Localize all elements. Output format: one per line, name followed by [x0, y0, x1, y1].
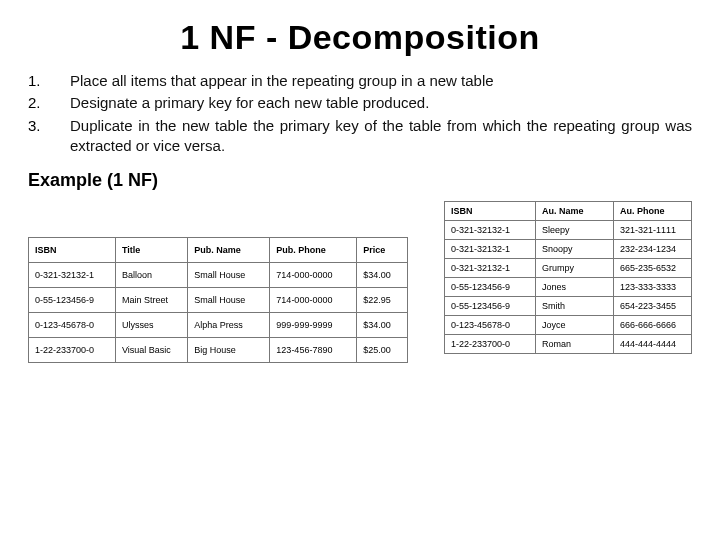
- list-number: 1.: [28, 71, 70, 91]
- list-text: Duplicate in the new table the primary k…: [70, 116, 692, 157]
- books-table: ISBN Title Pub. Name Pub. Phone Price 0-…: [28, 237, 408, 363]
- table-row: 0-55-123456-9 Smith 654-223-3455: [445, 297, 692, 316]
- list-text: Place all items that appear in the repea…: [70, 71, 692, 91]
- col-price: Price: [357, 238, 408, 263]
- authors-table: ISBN Au. Name Au. Phone 0-321-32132-1 Sl…: [444, 201, 692, 354]
- list-item: 3. Duplicate in the new table the primar…: [28, 116, 692, 157]
- table-header-row: ISBN Title Pub. Name Pub. Phone Price: [29, 238, 408, 263]
- col-isbn: ISBN: [29, 238, 116, 263]
- tables-container: ISBN Title Pub. Name Pub. Phone Price 0-…: [28, 201, 692, 363]
- table-row: 0-123-45678-0 Ulysses Alpha Press 999-99…: [29, 313, 408, 338]
- table-row: 1-22-233700-0 Roman 444-444-4444: [445, 335, 692, 354]
- list-item: 1. Place all items that appear in the re…: [28, 71, 692, 91]
- table-row: 0-55-123456-9 Main Street Small House 71…: [29, 288, 408, 313]
- col-pubname: Pub. Name: [188, 238, 270, 263]
- col-auphone: Au. Phone: [614, 202, 692, 221]
- list-number: 2.: [28, 93, 70, 113]
- table-row: 0-55-123456-9 Jones 123-333-3333: [445, 278, 692, 297]
- table-row: 0-321-32132-1 Snoopy 232-234-1234: [445, 240, 692, 259]
- list-number: 3.: [28, 116, 70, 157]
- table-row: 1-22-233700-0 Visual Basic Big House 123…: [29, 338, 408, 363]
- table-row: 0-321-32132-1 Grumpy 665-235-6532: [445, 259, 692, 278]
- example-label: Example (1 NF): [28, 170, 692, 191]
- table-header-row: ISBN Au. Name Au. Phone: [445, 202, 692, 221]
- col-title: Title: [115, 238, 187, 263]
- col-isbn: ISBN: [445, 202, 536, 221]
- col-auname: Au. Name: [536, 202, 614, 221]
- list-text: Designate a primary key for each new tab…: [70, 93, 692, 113]
- list-item: 2. Designate a primary key for each new …: [28, 93, 692, 113]
- table-row: 0-321-32132-1 Balloon Small House 714-00…: [29, 263, 408, 288]
- page-title: 1 NF - Decomposition: [28, 18, 692, 57]
- table-row: 0-123-45678-0 Joyce 666-666-6666: [445, 316, 692, 335]
- col-pubphone: Pub. Phone: [270, 238, 357, 263]
- table-row: 0-321-32132-1 Sleepy 321-321-1111: [445, 221, 692, 240]
- steps-list: 1. Place all items that appear in the re…: [28, 71, 692, 156]
